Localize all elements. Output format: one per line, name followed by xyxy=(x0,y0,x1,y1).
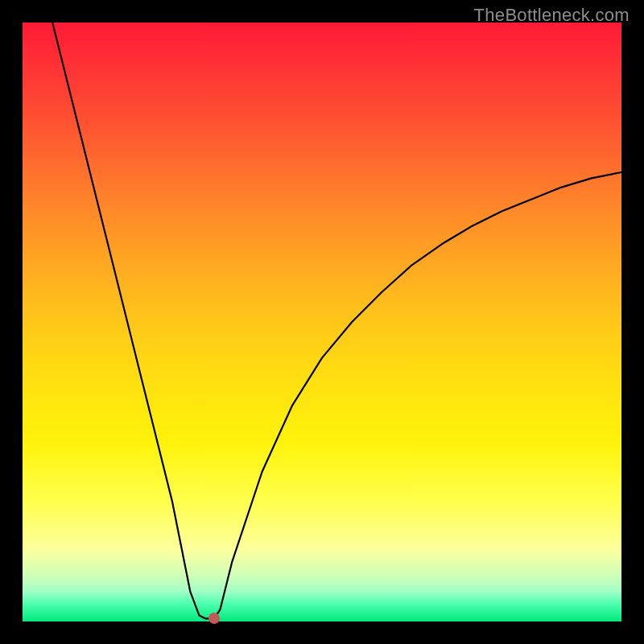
chart-container: TheBottleneck.com xyxy=(0,0,644,644)
plot-area xyxy=(23,23,621,621)
optimal-point-marker xyxy=(208,613,220,624)
attribution-label: TheBottleneck.com xyxy=(474,5,630,26)
curve-svg xyxy=(23,23,621,621)
bottleneck-curve xyxy=(52,23,621,618)
